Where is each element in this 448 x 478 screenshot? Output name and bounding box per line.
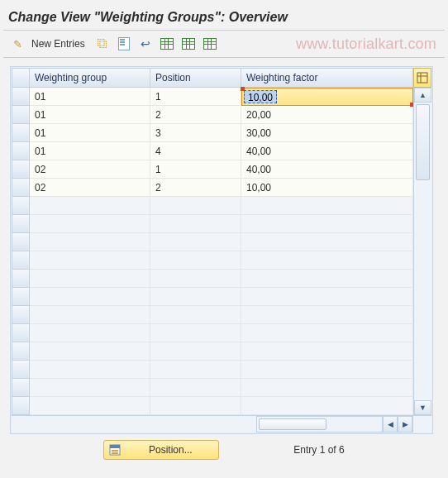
select-block-button[interactable] (179, 35, 198, 53)
cell-empty[interactable] (241, 306, 413, 324)
row-selector[interactable] (12, 361, 30, 379)
cell-empty[interactable] (30, 215, 150, 233)
column-header-weighting-factor[interactable]: Weighting factor (241, 68, 413, 88)
row-selector[interactable] (12, 179, 30, 197)
cell-empty[interactable] (150, 306, 241, 324)
cell-empty[interactable] (30, 379, 150, 397)
cell-empty[interactable] (30, 251, 150, 270)
column-header-position[interactable]: Position (150, 68, 241, 88)
cell-weighting-factor[interactable]: 20,00 (241, 106, 413, 124)
cell-empty[interactable] (241, 342, 413, 361)
row-selector[interactable] (12, 324, 30, 342)
cell-empty[interactable] (150, 288, 241, 306)
cell-empty[interactable] (241, 324, 413, 342)
cell-empty[interactable] (150, 342, 241, 361)
cell-weighting-factor[interactable]: 40,00 (241, 160, 413, 179)
hscroll-thumb[interactable] (259, 418, 326, 430)
select-all-button[interactable] (158, 35, 176, 53)
cell-empty[interactable] (241, 215, 413, 233)
select-all-corner[interactable] (12, 68, 30, 88)
cell-weighting-group[interactable]: 01 (30, 124, 150, 142)
cell-empty[interactable] (241, 251, 413, 270)
cell-empty[interactable] (241, 361, 413, 379)
vscroll-thumb[interactable] (416, 104, 430, 180)
cell-position[interactable]: 2 (150, 106, 241, 124)
row-selector[interactable] (12, 288, 30, 306)
row-selector[interactable] (12, 251, 30, 270)
cell-empty[interactable] (241, 379, 413, 397)
cell-weighting-group[interactable]: 02 (30, 160, 150, 179)
cell-empty[interactable] (30, 288, 150, 306)
row-selector[interactable] (12, 106, 30, 124)
scroll-up-btn[interactable]: ▲ (414, 88, 431, 103)
cell-empty[interactable] (30, 397, 150, 415)
cell-empty[interactable] (30, 306, 150, 324)
cell-empty[interactable] (150, 324, 241, 342)
deselect-all-button[interactable] (201, 35, 219, 53)
cell-empty[interactable] (150, 270, 241, 288)
cell-empty[interactable] (150, 361, 241, 379)
cell-empty[interactable] (150, 233, 241, 251)
row-selector[interactable] (12, 197, 30, 215)
cell-position[interactable]: 2 (150, 179, 241, 197)
cell-empty[interactable] (150, 251, 241, 270)
position-button[interactable]: Position... (103, 440, 219, 460)
selected-cell-value[interactable]: 10,00 (244, 90, 277, 103)
cell-position[interactable]: 4 (150, 142, 241, 160)
cell-weighting-factor[interactable]: 30,00 (241, 124, 413, 142)
cell-weighting-factor[interactable]: 10,00 (241, 88, 413, 106)
undo-button[interactable] (136, 35, 155, 53)
column-header-weighting-group[interactable]: Weighting group (30, 68, 150, 88)
scroll-down-btn[interactable]: ▼ (414, 400, 431, 415)
cell-empty[interactable] (30, 233, 150, 251)
table-row: 01220,00 (12, 106, 413, 124)
toolbar: New Entries (3, 31, 445, 58)
cell-empty[interactable] (241, 397, 413, 415)
row-selector[interactable] (12, 379, 30, 397)
cell-empty[interactable] (150, 379, 241, 397)
cell-empty[interactable] (241, 197, 413, 215)
cell-empty[interactable] (30, 197, 150, 215)
row-selector[interactable] (12, 342, 30, 361)
copy-icon (98, 38, 107, 50)
cell-weighting-group[interactable]: 02 (30, 179, 150, 197)
cell-empty[interactable] (30, 342, 150, 361)
cell-empty[interactable] (150, 197, 241, 215)
cell-position[interactable]: 1 (150, 160, 241, 179)
change-display-button[interactable] (8, 35, 26, 53)
table-settings-button[interactable] (413, 68, 431, 88)
cell-weighting-group[interactable]: 01 (30, 142, 150, 160)
cell-empty[interactable] (241, 288, 413, 306)
cell-empty[interactable] (241, 233, 413, 251)
row-selector[interactable] (12, 160, 30, 179)
cell-weighting-group[interactable]: 01 (30, 106, 150, 124)
vertical-scrollbar[interactable]: ▲ ▼ (413, 88, 431, 415)
cell-empty[interactable] (150, 397, 241, 415)
cell-empty[interactable] (30, 324, 150, 342)
row-selector[interactable] (12, 88, 30, 106)
hscroll-track[interactable] (256, 416, 383, 433)
vscroll-track[interactable] (414, 103, 431, 400)
row-selector[interactable] (12, 233, 30, 251)
cell-empty[interactable] (150, 215, 241, 233)
row-selector[interactable] (12, 397, 30, 415)
row-selector[interactable] (12, 270, 30, 288)
scroll-left-btn[interactable]: ◀ (383, 416, 398, 433)
table-row (12, 324, 413, 342)
cell-weighting-factor[interactable]: 10,00 (241, 179, 413, 197)
row-selector[interactable] (12, 142, 30, 160)
cell-weighting-group[interactable]: 01 (30, 88, 150, 106)
row-selector[interactable] (12, 124, 30, 142)
cell-empty[interactable] (241, 270, 413, 288)
row-selector[interactable] (12, 306, 30, 324)
scroll-right-btn[interactable]: ▶ (398, 416, 412, 433)
cell-position[interactable]: 3 (150, 124, 241, 142)
cell-empty[interactable] (30, 270, 150, 288)
copy-as-button[interactable] (93, 35, 112, 53)
new-entries-button[interactable]: New Entries (30, 36, 90, 51)
row-selector[interactable] (12, 215, 30, 233)
cell-weighting-factor[interactable]: 40,00 (241, 142, 413, 160)
cell-empty[interactable] (30, 361, 150, 379)
delete-button[interactable] (115, 35, 133, 53)
cell-position[interactable]: 1 (150, 88, 241, 106)
